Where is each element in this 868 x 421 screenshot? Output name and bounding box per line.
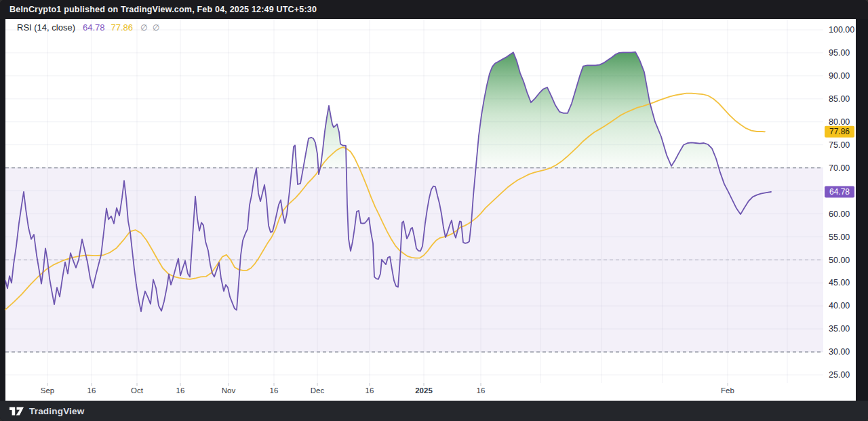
indicator-legend[interactable]: RSI (14, close) 64.78 77.86 ∅ ∅ bbox=[17, 22, 159, 33]
brand-bar: TradingView bbox=[0, 401, 868, 421]
x-axis-label[interactable]: Feb bbox=[721, 386, 734, 395]
x-axis-label[interactable]: 16 bbox=[366, 386, 374, 395]
x-axis-label[interactable]: 16 bbox=[477, 386, 486, 395]
x-axis-label[interactable]: Dec bbox=[311, 386, 325, 395]
ma-legend-value: 77.86 bbox=[111, 22, 134, 33]
rsi-legend-value: 64.78 bbox=[83, 22, 105, 33]
x-axis-label[interactable]: 16 bbox=[87, 386, 96, 395]
x-axis-label[interactable]: 16 bbox=[270, 386, 279, 395]
x-axis-label[interactable]: Sep bbox=[41, 386, 54, 395]
y-axis-label[interactable]: 100.00 bbox=[829, 25, 854, 35]
y-axis-label[interactable]: 35.00 bbox=[829, 324, 850, 334]
y-axis-label[interactable]: 90.00 bbox=[829, 71, 850, 81]
brand-name: TradingView bbox=[29, 406, 84, 416]
x-axis-label[interactable]: 16 bbox=[176, 386, 185, 395]
x-axis-label[interactable]: Oct bbox=[131, 386, 144, 395]
rsi-price-badge-label: 64.78 bbox=[829, 187, 850, 197]
y-axis-label[interactable]: 30.00 bbox=[829, 347, 850, 357]
overbought-fill bbox=[292, 52, 719, 168]
y-axis-label[interactable]: 70.00 bbox=[829, 163, 850, 173]
y-axis-label[interactable]: 75.00 bbox=[829, 140, 850, 150]
y-axis-label[interactable]: 60.00 bbox=[829, 209, 850, 219]
ma-price-badge-label: 77.86 bbox=[829, 127, 850, 136]
y-axis-label[interactable]: 55.00 bbox=[829, 233, 850, 242]
y-axis-label[interactable]: 50.00 bbox=[829, 256, 850, 265]
screenshot-root: BeInCrypto1 published on TradingView.com… bbox=[0, 0, 868, 421]
tradingview-logo-icon[interactable] bbox=[9, 406, 24, 416]
y-axis-label[interactable]: 95.00 bbox=[829, 48, 850, 58]
x-axis-label[interactable]: 2025 bbox=[415, 386, 433, 395]
indicator-title: RSI (14, close) bbox=[17, 22, 75, 33]
y-axis-label[interactable]: 45.00 bbox=[829, 278, 850, 287]
y-axis-label[interactable]: 80.00 bbox=[829, 117, 850, 127]
x-axis-label[interactable]: Nov bbox=[222, 386, 236, 395]
y-axis-label[interactable]: 85.00 bbox=[829, 94, 850, 104]
y-axis-label[interactable]: 40.00 bbox=[829, 301, 850, 310]
legend-empty-symbols: ∅ ∅ bbox=[140, 23, 159, 33]
rsi-chart-canvas[interactable]: 100.0095.0090.0085.0080.0075.0070.0060.0… bbox=[0, 0, 868, 421]
y-axis-label[interactable]: 25.00 bbox=[829, 370, 850, 380]
